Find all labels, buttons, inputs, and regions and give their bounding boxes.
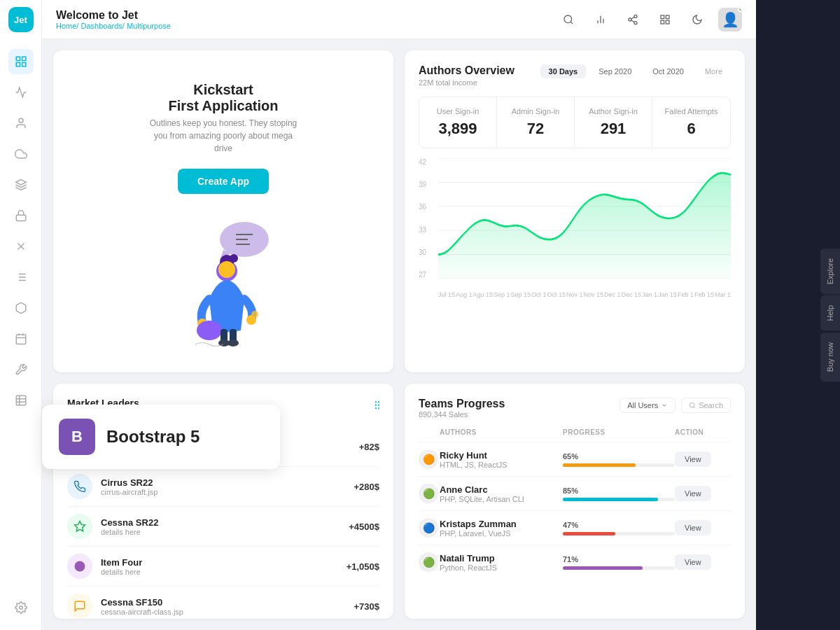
main-area: Welcome to Jet Home/ Dashboards/ Multipu… (42, 0, 756, 630)
sidebar-item-tool[interactable] (8, 357, 34, 382)
team-name: Natali Trump (440, 553, 563, 564)
tab-oct2020[interactable]: Oct 2020 (644, 64, 692, 78)
search-button[interactable] (557, 8, 580, 31)
list-item: Cessna SR22 details here +4500$ (67, 507, 379, 547)
tab-more[interactable]: More (696, 64, 731, 78)
view-button[interactable]: View (675, 520, 711, 536)
page-title: Welcome to Jet (56, 9, 557, 22)
breadcrumb-dashboards[interactable]: Dashboards/ (80, 22, 124, 30)
bootstrap-overlay: B Bootstrap 5 (42, 405, 280, 469)
header-actions: 👤 (557, 8, 742, 31)
team-skills: Python, ReactJS (440, 564, 563, 572)
stat-value-user: 3,899 (430, 120, 485, 138)
teams-subtitle: 890,344 Sales (419, 410, 505, 419)
team-skills: HTML, JS, ReactJS (440, 461, 563, 469)
welcome-description: Outlines keep you honest. They stoping y… (146, 117, 300, 155)
sidebar: Jet (0, 0, 42, 630)
sidebar-item-layers[interactable] (8, 172, 34, 197)
team-avatar: 🟢 (419, 484, 440, 503)
analytics-button[interactable] (589, 8, 612, 31)
sidebar-item-table[interactable] (8, 388, 34, 413)
stat-value-failed: 6 (664, 120, 719, 138)
stat-author-signin: Author Sign-in 291 (575, 97, 652, 148)
svg-point-49 (251, 311, 258, 318)
team-name: Ricky Hunt (440, 450, 563, 461)
dark-mode-button[interactable] (686, 8, 708, 31)
view-button[interactable]: View (675, 554, 711, 570)
stat-label-admin: Admin Sign-in (508, 107, 563, 115)
view-button[interactable]: View (675, 486, 711, 501)
teams-title-area: Teams Progress 890,344 Sales (419, 398, 505, 419)
stat-value-admin: 72 (508, 120, 563, 138)
svg-point-29 (634, 15, 637, 18)
stat-label-author: Author Sign-in (586, 107, 640, 115)
sidebar-item-close[interactable] (8, 234, 34, 259)
svg-rect-36 (661, 20, 664, 24)
sidebar-item-cloud[interactable] (8, 141, 34, 167)
authors-title: Authors Overview (419, 64, 514, 77)
table-row: 🟠 Ricky Hunt HTML, JS, ReactJS 65% View (419, 442, 731, 477)
stat-label-failed: Failed Attempts (664, 107, 719, 115)
sidebar-item-user[interactable] (8, 111, 34, 136)
market-item-name: Item Four (101, 557, 142, 568)
explore-tab[interactable]: Explore (820, 248, 840, 294)
chart-y-labels: 42 39 36 33 30 27 (419, 158, 435, 279)
teams-search-box[interactable]: Search (681, 398, 731, 413)
team-name: Kristaps Zumman (440, 519, 563, 529)
stat-label-user: User Sign-in (430, 107, 485, 115)
svg-point-63 (75, 561, 85, 572)
svg-line-33 (631, 17, 635, 19)
svg-rect-0 (16, 57, 20, 60)
market-item-name: Cessna SF150 (101, 597, 183, 608)
sidebar-item-calendar[interactable] (8, 326, 34, 351)
header: Welcome to Jet Home/ Dashboards/ Multipu… (42, 0, 756, 39)
content-grid: Kickstart First Application Outlines kee… (42, 39, 756, 630)
tab-sep2020[interactable]: Sep 2020 (590, 64, 640, 78)
team-skills: PHP, Laravel, VueJS (440, 529, 563, 538)
market-item-icon (67, 474, 92, 499)
sidebar-item-settings[interactable] (8, 595, 34, 620)
table-row: 🔵 Kristaps Zumman PHP, Laravel, VueJS 47… (419, 511, 731, 545)
chart-x-labels: Jul 15 Aug 1 Agu 15 Sep 1 Sep 15 Oct 1 O… (438, 291, 731, 298)
tab-30days[interactable]: 30 Days (540, 64, 587, 78)
col-authors: AUTHORS (440, 428, 563, 436)
sidebar-item-lock[interactable] (8, 203, 34, 228)
stat-user-signin: User Sign-in 3,899 (419, 97, 497, 148)
breadcrumb-home[interactable]: Home/ (56, 22, 78, 30)
header-title-area: Welcome to Jet Home/ Dashboards/ Multipu… (56, 9, 557, 30)
help-tab[interactable]: Help (820, 295, 840, 331)
sidebar-item-chart[interactable] (8, 80, 34, 105)
svg-point-31 (634, 21, 637, 24)
market-item-sub: details here (101, 528, 158, 536)
market-item-name: Cirrus SR22 (101, 477, 158, 488)
team-progress: 65% (563, 452, 675, 467)
team-info: Natali Trump Python, ReactJS (440, 553, 563, 572)
user-avatar[interactable]: 👤 (718, 8, 742, 31)
buy-now-tab[interactable]: Buy now (820, 332, 840, 382)
create-app-button[interactable]: Create App (178, 169, 269, 194)
svg-point-50 (197, 321, 222, 340)
svg-marker-5 (15, 180, 26, 186)
svg-line-25 (570, 22, 573, 24)
market-options[interactable]: ⁝⁝ (374, 398, 379, 413)
svg-line-32 (631, 20, 635, 22)
team-info: Ricky Hunt HTML, JS, ReactJS (440, 450, 563, 469)
sidebar-item-box[interactable] (8, 295, 34, 321)
team-action: View (675, 451, 731, 467)
teams-filter-select[interactable]: All Users (620, 398, 676, 413)
market-item-info: Cessna SR22 details here (101, 517, 158, 536)
progress-fill (563, 566, 643, 570)
sidebar-logo[interactable]: Jet (8, 7, 34, 32)
grid-view-button[interactable] (654, 8, 676, 31)
welcome-title: Kickstart First Application (168, 82, 278, 114)
view-button[interactable]: View (675, 451, 711, 467)
team-avatar: 🔵 (419, 518, 440, 538)
sidebar-item-grid[interactable] (8, 49, 34, 74)
chart-svg-wrapper (438, 158, 731, 279)
svg-rect-37 (666, 20, 669, 24)
sidebar-item-menu[interactable] (8, 265, 34, 290)
market-item-sub: cessna-aircraft-class.jsp (101, 608, 183, 616)
share-button[interactable] (622, 8, 644, 31)
market-item-info: Cessna SF150 cessna-aircraft-class.jsp (101, 597, 183, 616)
market-item-value: +730$ (354, 601, 379, 612)
